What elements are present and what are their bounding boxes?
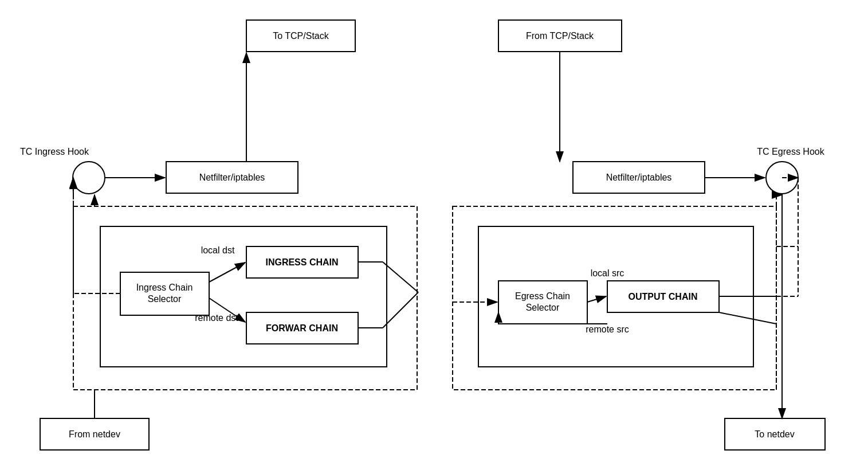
tc-egress-hook-label: TC Egress Hook [757, 147, 824, 156]
ingress-chain-selector-line2: Selector [148, 294, 182, 304]
forwar-chain-label: FORWAR CHAIN [266, 323, 338, 333]
ingress-chain-selector-line1: Ingress Chain [136, 283, 193, 292]
remote-src-label: remote src [586, 324, 629, 334]
tc-ingress-hook-circle [73, 162, 105, 194]
egress-chain-selector-line2: Selector [526, 303, 560, 312]
remote-dst-label: remote dst [195, 313, 238, 323]
to-tcp-label: To TCP/Stack [273, 31, 329, 41]
egress-chain-selector-line1: Egress Chain [515, 291, 570, 301]
tc-ingress-hook-label: TC Ingress Hook [20, 147, 89, 156]
output-chain-label: OUTPUT CHAIN [629, 292, 698, 301]
netfilter-left-label: Netfilter/iptables [199, 173, 265, 182]
to-netdev-label: To netdev [755, 429, 794, 439]
local-dst-label: local dst [201, 245, 235, 255]
from-tcp-label: From TCP/Stack [526, 31, 594, 41]
netfilter-right-label: Netfilter/iptables [606, 173, 672, 182]
local-src-label: local src [591, 268, 625, 278]
from-netdev-label: From netdev [69, 429, 120, 439]
ingress-chain-label: INGRESS CHAIN [265, 257, 338, 267]
